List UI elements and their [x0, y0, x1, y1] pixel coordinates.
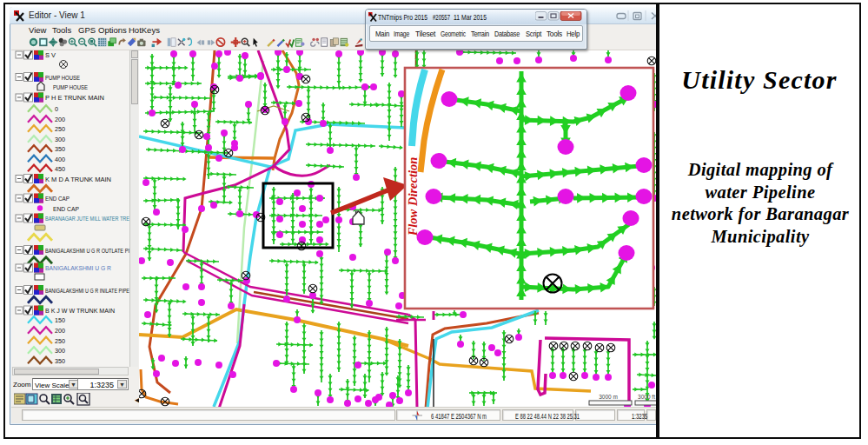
- svg-text:E 88 22 48.44 N 22 38 25.31: E 88 22 48.44 N 22 38 25.31: [515, 411, 580, 420]
- svg-text:Help: Help: [567, 29, 580, 38]
- svg-text:Main: Main: [375, 29, 389, 38]
- svg-text:END CAP: END CAP: [45, 196, 70, 202]
- svg-text:200: 200: [55, 116, 65, 123]
- svg-text:BANIGALAKSHMI U G R INILATE P: BANIGALAKSHMI U G R INILATE PIPE: [45, 288, 129, 294]
- svg-text:BARANAGAR JUTE MILL WATER TRE: BARANAGAR JUTE MILL WATER TRE: [45, 216, 129, 222]
- svg-text:0: 0: [55, 106, 58, 112]
- svg-text:250: 250: [55, 126, 65, 132]
- svg-text:Script: Script: [526, 29, 542, 38]
- svg-text:3000 ft: 3000 ft: [638, 394, 655, 400]
- svg-text:B K J W W TRUNK MAIN: B K J W W TRUNK MAIN: [45, 308, 115, 314]
- svg-text:300: 300: [55, 348, 65, 354]
- svg-text:BANIGALAKSHMI U G R OUTLATE: BANIGALAKSHMI U G R OUTLATE PI: [45, 248, 129, 254]
- svg-text:P H E TRUNK MAIN: P H E TRUNK MAIN: [45, 95, 104, 101]
- svg-text:Flow Direction: Flow Direction: [406, 157, 420, 237]
- svg-text:350: 350: [55, 146, 65, 152]
- svg-text:11 Mar 2015: 11 Mar 2015: [454, 12, 487, 22]
- svg-text:END CAP: END CAP: [53, 206, 79, 212]
- svg-text:Terrain: Terrain: [471, 29, 489, 38]
- svg-text:250: 250: [55, 338, 65, 344]
- svg-text:450: 450: [55, 166, 65, 172]
- svg-text:K M D A TRUNK MAIN: K M D A TRUNK MAIN: [45, 176, 111, 183]
- svg-text:Tools: Tools: [547, 29, 562, 38]
- svg-text:300: 300: [55, 136, 65, 143]
- svg-text:1:3235: 1:3235: [632, 411, 647, 420]
- svg-text:6 41847 E 2504367 N m: 6 41847 E 2504367 N m: [431, 411, 487, 420]
- svg-text:150: 150: [55, 317, 65, 323]
- svg-text:Geometric: Geometric: [441, 29, 466, 38]
- svg-text:BANIGALAKSHMI U G R: BANIGALAKSHMI U G R: [45, 265, 111, 271]
- svg-text:PUMP HOUSE: PUMP HOUSE: [45, 75, 80, 81]
- svg-text:S V: S V: [45, 52, 56, 58]
- svg-text:TNTmips Pro 2015: TNTmips Pro 2015: [378, 12, 427, 22]
- svg-text:400: 400: [55, 156, 65, 163]
- svg-text:#20557: #20557: [433, 12, 450, 22]
- svg-text:Image: Image: [394, 29, 409, 38]
- svg-text:350: 350: [55, 358, 65, 364]
- svg-text:200: 200: [55, 328, 65, 334]
- svg-text:PUMP HOUSE: PUMP HOUSE: [53, 84, 88, 90]
- svg-text:3000 m: 3000 m: [599, 394, 618, 400]
- svg-text:Database: Database: [494, 29, 520, 38]
- svg-text:Tileset: Tileset: [415, 29, 436, 38]
